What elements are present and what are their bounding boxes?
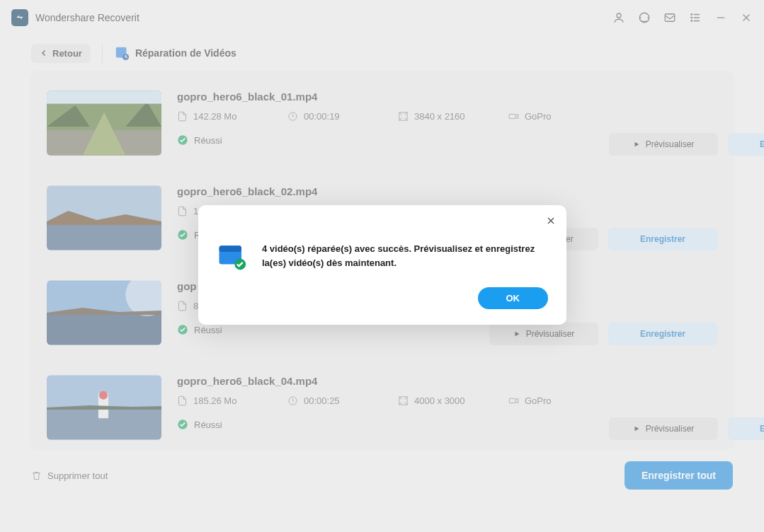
save-button[interactable]: Enregistrer: [608, 228, 717, 250]
app-title: Wondershare Recoverit: [35, 12, 139, 23]
list-item: gopro_hero6_black_01.mp4 142.28 Mo 00:00…: [47, 83, 717, 178]
video-thumbnail[interactable]: [47, 91, 161, 156]
success-icon: [177, 134, 188, 146]
svg-point-30: [99, 391, 108, 400]
svg-rect-34: [509, 398, 515, 403]
preview-button[interactable]: Prévisualiser: [489, 323, 598, 345]
preview-button[interactable]: Prévisualiser: [609, 133, 718, 156]
svg-point-0: [617, 13, 621, 18]
file-name: gopro_hero6_black_02.mp4: [177, 185, 474, 197]
status-label: Réussi: [194, 135, 222, 146]
success-icon: [177, 324, 188, 335]
clock-icon: [287, 395, 298, 406]
feedback-icon[interactable]: [663, 11, 676, 24]
preview-button[interactable]: Prévisualiser: [609, 417, 718, 440]
page-icon: [114, 45, 130, 61]
list-item: gopro_hero6_black_04.mp4 185.26 Mo 00:00…: [47, 368, 717, 444]
svg-point-5: [691, 21, 692, 22]
save-button[interactable]: Enregistrer: [728, 133, 764, 156]
video-thumbnail[interactable]: [47, 280, 161, 345]
file-name: gopro_hero6_black_01.mp4: [177, 91, 593, 103]
app-logo-icon: [11, 9, 28, 26]
page-title: Réparation de Vidéos: [135, 47, 236, 59]
camera-icon: [508, 395, 519, 406]
delete-all-button[interactable]: Supprimer tout: [31, 470, 108, 481]
file-icon: [177, 206, 188, 216]
clock-icon: [287, 111, 298, 122]
footer: Supprimer tout Enregistrer tout: [0, 450, 764, 501]
user-icon[interactable]: [612, 11, 625, 24]
status-label: Réussi: [194, 325, 222, 335]
success-icon: [177, 419, 188, 430]
minimize-icon[interactable]: [714, 11, 727, 24]
titlebar-actions: [612, 11, 753, 24]
svg-rect-37: [219, 245, 242, 252]
file-name: gopro_hero6_black_04.mp4: [177, 375, 593, 387]
success-dialog: 4 vidéo(s) réparée(s) avec succès. Prévi…: [198, 205, 566, 325]
save-all-button[interactable]: Enregistrer tout: [625, 461, 733, 490]
svg-rect-16: [509, 114, 515, 118]
titlebar: Wondershare Recoverit: [0, 0, 764, 35]
svg-point-4: [691, 17, 692, 18]
resolution-icon: [398, 111, 409, 122]
file-icon: [177, 395, 188, 406]
trash-icon: [31, 470, 42, 481]
svg-point-3: [691, 14, 692, 16]
support-icon[interactable]: [638, 11, 651, 24]
back-button[interactable]: Retour: [31, 44, 91, 63]
svg-rect-23: [47, 313, 161, 345]
file-icon: [177, 301, 188, 311]
save-button[interactable]: Enregistrer: [608, 323, 717, 345]
camera-icon: [508, 111, 519, 122]
svg-rect-2: [665, 14, 675, 22]
success-icon: [177, 229, 188, 241]
svg-rect-13: [47, 91, 161, 103]
svg-rect-19: [47, 221, 161, 250]
dialog-ok-button[interactable]: OK: [478, 287, 549, 309]
dialog-close-icon[interactable]: [545, 215, 557, 226]
video-thumbnail[interactable]: [47, 185, 161, 250]
dialog-icon: [217, 242, 246, 272]
resolution-icon: [398, 395, 409, 406]
file-icon: [177, 111, 188, 122]
status-label: Réussi: [194, 420, 222, 430]
divider: [102, 43, 103, 63]
video-thumbnail[interactable]: [47, 375, 161, 440]
back-label: Retour: [52, 48, 82, 59]
close-icon[interactable]: [740, 11, 753, 24]
menu-list-icon[interactable]: [689, 11, 702, 24]
breadcrumb: Retour Réparation de Vidéos: [0, 35, 764, 71]
save-button[interactable]: Enregistrer: [728, 417, 764, 440]
dialog-message: 4 vidéo(s) réparée(s) avec succès. Prévi…: [262, 242, 548, 270]
